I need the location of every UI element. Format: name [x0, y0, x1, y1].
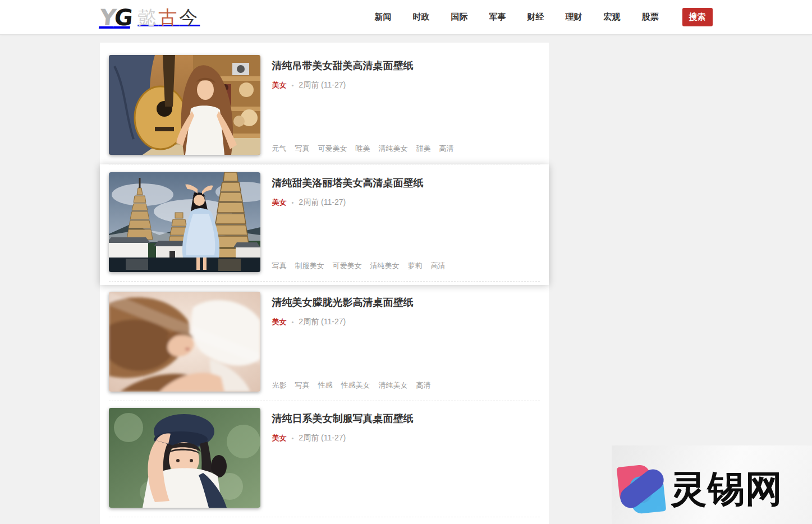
article-card-3: 清纯美女朦胧光影高清桌面壁纸 美女 • 2周前 (11-27) 光影写真性感性感… [100, 285, 549, 401]
nav-item-2[interactable]: 时政 [413, 12, 430, 22]
article-tag[interactable]: 写真 [295, 380, 310, 390]
soft-light-girl-thumbnail[interactable] [109, 292, 260, 392]
article-tag[interactable]: 写真 [272, 261, 287, 271]
article-title[interactable]: 清纯吊带美女甜美高清桌面壁纸 [272, 59, 540, 72]
nav-item-1[interactable]: 新闻 [375, 12, 392, 22]
site-watermark: 灵锡网 [612, 445, 812, 524]
article-tags [272, 507, 540, 508]
article-tag[interactable]: 光影 [272, 380, 287, 390]
article-tag[interactable]: 高清 [416, 380, 431, 390]
article-meta: 美女 • 2周前 (11-27) [272, 433, 540, 443]
article-tag[interactable]: 元气 [272, 144, 287, 154]
article-date: 2周前 (11-27) [299, 197, 346, 208]
article-title[interactable]: 清纯日系美女制服写真桌面壁纸 [272, 412, 540, 425]
logo-characters: 懿古今 [137, 8, 200, 26]
watermark-text: 灵锡网 [670, 470, 783, 507]
article-date: 2周前 (11-27) [299, 80, 346, 90]
site-logo[interactable]: YG 懿古今 [100, 6, 200, 29]
meta-separator-dot: • [292, 199, 294, 206]
article-tag[interactable]: 清纯美女 [370, 261, 400, 271]
article-tag[interactable]: 性感美女 [341, 380, 370, 390]
article-tag[interactable]: 清纯美女 [379, 144, 408, 154]
nav-item-5[interactable]: 财经 [527, 12, 544, 22]
article-tag[interactable]: 萝莉 [408, 261, 423, 271]
article-category-link[interactable]: 美女 [272, 317, 287, 327]
watermark-logo-icon [616, 458, 670, 520]
article-tag[interactable]: 可爱美女 [333, 261, 362, 271]
search-button[interactable]: 搜索 [682, 8, 713, 26]
main-navigation: 新闻时政国际军事财经理财宏观股票搜索 [375, 8, 713, 26]
article-tag[interactable]: 唯美 [356, 144, 370, 154]
nav-item-4[interactable]: 军事 [489, 12, 506, 22]
article-category-link[interactable]: 美女 [272, 80, 287, 90]
article-meta: 美女 • 2周前 (11-27) [272, 197, 540, 208]
site-header: YG 懿古今 新闻时政国际军事财经理财宏观股票搜索 [0, 0, 812, 35]
meta-separator-dot: • [292, 435, 294, 442]
logo-letters: YG [98, 6, 132, 29]
meta-separator-dot: • [292, 319, 294, 325]
article-card-1: 清纯吊带美女甜美高清桌面壁纸 美女 • 2周前 (11-27) 元气写真可爱美女… [100, 48, 549, 164]
article-date: 2周前 (11-27) [299, 317, 346, 327]
article-tag[interactable]: 性感 [318, 380, 333, 390]
article-title[interactable]: 清纯甜美洛丽塔美女高清桌面壁纸 [272, 177, 540, 190]
article-tags: 光影写真性感性感美女清纯美女高清 [272, 380, 540, 392]
article-card-4: 清纯日系美女制服写真桌面壁纸 美女 • 2周前 (11-27) [100, 401, 549, 517]
article-tag[interactable]: 制服美女 [295, 261, 324, 271]
article-card-2: 清纯甜美洛丽塔美女高清桌面壁纸 美女 • 2周前 (11-27) 写真制服美女可… [100, 164, 549, 285]
article-category-link[interactable]: 美女 [272, 433, 287, 443]
nav-item-6[interactable]: 理财 [566, 12, 582, 22]
article-meta: 美女 • 2周前 (11-27) [272, 317, 540, 327]
article-tag[interactable]: 写真 [295, 144, 310, 154]
article-tag[interactable]: 高清 [431, 261, 446, 271]
article-tag[interactable]: 清纯美女 [379, 380, 408, 390]
article-tag[interactable]: 高清 [439, 144, 454, 154]
pagodas-lolita-thumbnail[interactable] [109, 172, 260, 272]
nav-item-8[interactable]: 股票 [642, 12, 659, 22]
article-date: 2周前 (11-27) [299, 433, 346, 443]
article-tags: 元气写真可爱美女唯美清纯美女甜美高清 [272, 144, 540, 155]
article-tag[interactable]: 可爱美女 [318, 144, 347, 154]
article-meta: 美女 • 2周前 (11-27) [272, 80, 540, 90]
article-list: 清纯吊带美女甜美高清桌面壁纸 美女 • 2周前 (11-27) 元气写真可爱美女… [100, 43, 549, 524]
nav-item-7[interactable]: 宏观 [604, 12, 621, 22]
nav-item-3[interactable]: 国际 [451, 12, 468, 22]
girl-with-guitar-thumbnail[interactable] [109, 55, 260, 155]
article-category-link[interactable]: 美女 [272, 197, 287, 208]
beret-girl-thumbnail[interactable] [109, 408, 260, 508]
article-title[interactable]: 清纯美女朦胧光影高清桌面壁纸 [272, 296, 540, 309]
article-tag[interactable]: 甜美 [416, 144, 431, 154]
meta-separator-dot: • [292, 82, 294, 89]
article-tags: 写真制服美女可爱美女清纯美女萝莉高清 [272, 261, 540, 272]
